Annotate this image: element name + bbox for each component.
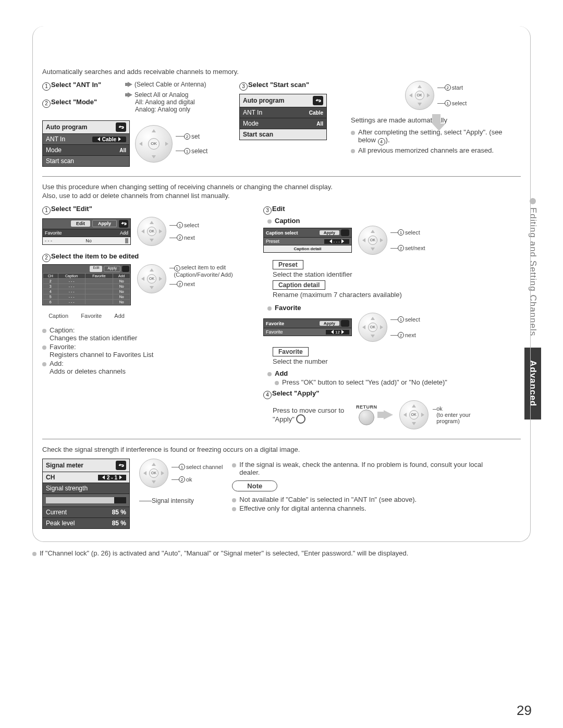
favorite-heading: Favorite — [267, 304, 495, 312]
sig-pad-ok: ok — [186, 476, 192, 483]
bullet-add: Add:Adds or deletes channels — [42, 360, 251, 375]
add-col: Add — [120, 230, 128, 236]
sig-right-text: If the signal is weak, check the antenna… — [232, 461, 495, 476]
sig-current-val: 85 % — [112, 509, 126, 516]
s4-desc: Press to move cursor to "Apply" — [273, 406, 344, 423]
td: - - - — [58, 294, 85, 300]
auto-left-col: 1Select "ANT In" 2Select "Mode" (Select … — [42, 81, 230, 167]
step1-title: Select "ANT In" — [51, 81, 101, 89]
ok-button-icon: OK — [148, 138, 160, 150]
edit-table-osd: EditApply CHCaptionFavoriteAdd 2- - -No … — [42, 264, 131, 305]
content-frame: Automatically searches and adds receivab… — [32, 26, 531, 542]
auto-program-menu-left: Auto program ANT In Cable Mode All Start… — [42, 120, 130, 167]
cap-detail: Caption detail — [264, 245, 351, 252]
auto-program-menu-right: Auto program ANT InCable ModeAll Start s… — [239, 94, 327, 140]
footer-note: If "Channel lock" (p. 26) is activated a… — [32, 549, 531, 557]
add-heading: Add — [267, 369, 495, 377]
val-all: All — [119, 147, 126, 153]
cap-menu-title: Caption select — [266, 230, 298, 236]
row-ant-r: ANT In — [243, 109, 262, 116]
sig-intensity-label: Signal intensity — [152, 497, 194, 504]
val-cable-r: Cable — [309, 110, 323, 116]
auto-intro: Automatically searches and adds receivab… — [42, 68, 521, 76]
td: 3 — [43, 284, 58, 289]
dpad-icon: OK — [399, 400, 429, 429]
sig-ch: CH — [46, 474, 55, 481]
edit-osd: Edit Apply FavoriteAdd - - -No — [42, 218, 131, 245]
td: 6 — [43, 300, 58, 305]
fav-pad-next: next — [405, 332, 416, 338]
signal-intro: Check the signal strength if interferenc… — [42, 446, 521, 453]
return-button-icon — [359, 410, 374, 425]
note-1: Not available if "Cable" is selected in … — [232, 496, 495, 503]
auto-bullet2: All previous memorized channels are eras… — [351, 146, 521, 154]
sig-pad-sel: select channel — [186, 464, 223, 470]
apply-tab: Apply — [92, 220, 117, 227]
dpad-icon: OK — [137, 264, 166, 293]
dpad-icon: OK — [405, 81, 434, 110]
row-ant: ANT In — [46, 135, 65, 143]
manual-s4: Select "Apply" — [272, 389, 319, 397]
pad-set: set — [191, 133, 200, 140]
dpad-icon: OK — [139, 459, 168, 488]
sig-peak-val: 85 % — [112, 520, 126, 527]
gradient-arrow-icon — [384, 410, 393, 419]
manual-s3: Edit — [272, 205, 285, 213]
sig-strength: Signal strength — [46, 485, 88, 492]
cap-dashes: - - - — [334, 239, 340, 244]
pad-next-m2: next — [184, 281, 195, 287]
favorite-osd: FavoriteApply Favorite12 — [263, 318, 352, 336]
row-start-r: Start scan — [243, 131, 273, 138]
step2-note1: Select All or Analog — [134, 91, 188, 98]
dpad-icon: OK — [358, 226, 387, 255]
row-mode-r: Mode — [243, 120, 259, 127]
manual-intro1: Use this procedure when changing setting… — [42, 183, 521, 191]
empty-circle-icon — [296, 414, 305, 424]
pad-select-m1: select — [184, 222, 199, 228]
td: No — [113, 284, 130, 289]
pad-select: select — [191, 147, 207, 155]
dpad-icon: OK — [137, 217, 166, 246]
td: 5 — [43, 294, 58, 300]
step3-title: Select "Start scan" — [248, 81, 309, 89]
th-cap: Caption — [58, 274, 85, 279]
step2-note2: All: Analog and digital — [126, 98, 230, 106]
preset-desc: Select the station identifier — [273, 270, 495, 278]
fav-pad-sel: select — [405, 316, 420, 323]
page: Editing and Setting Channels Advanced Au… — [0, 0, 563, 728]
val-all-r: All — [316, 121, 323, 127]
favorite-desc: Select the number — [273, 357, 495, 365]
manual-s1: Select "Edit" — [51, 205, 92, 213]
no: No — [85, 238, 92, 243]
fav-val: 12 — [335, 330, 340, 335]
th-ch: CH — [43, 274, 58, 279]
page-number: 29 — [517, 702, 532, 719]
sig-current: Current — [46, 509, 67, 516]
menu-title: Auto program — [46, 124, 87, 131]
manual-s2: Select the item to be edited — [51, 252, 139, 260]
manual-right: 3Edit Caption Caption selectApply Preset… — [263, 205, 521, 429]
edit-tab: Edit — [71, 220, 90, 227]
arrow-right-icon — [128, 82, 132, 87]
auto-right-col: 3Select "Start scan" Auto program ANT In… — [239, 81, 521, 156]
th-fav: Favorite — [85, 274, 113, 279]
return-icon — [116, 122, 126, 132]
fav-apply: Apply — [320, 321, 339, 326]
manual-intro2: Also, use to add or delete channels from… — [42, 192, 521, 200]
menu-title-r: Auto program — [243, 97, 284, 104]
fav-row: Favorite — [266, 329, 283, 335]
td: No — [113, 279, 130, 284]
td: No — [113, 300, 130, 305]
row-mode: Mode — [46, 146, 62, 154]
cap-apply: Apply — [320, 230, 339, 235]
val-cable: Cable — [102, 137, 116, 142]
td: No — [113, 289, 130, 294]
dpad-icon: OK — [135, 125, 173, 163]
pad-next-m1: next — [184, 235, 195, 241]
dash: - - - — [45, 238, 52, 243]
return-icon — [313, 96, 323, 105]
callout-caption: Caption — [48, 313, 68, 319]
favorite-box: Favorite — [273, 347, 309, 356]
row-start: Start scan — [46, 157, 74, 165]
return-icon — [341, 320, 349, 327]
